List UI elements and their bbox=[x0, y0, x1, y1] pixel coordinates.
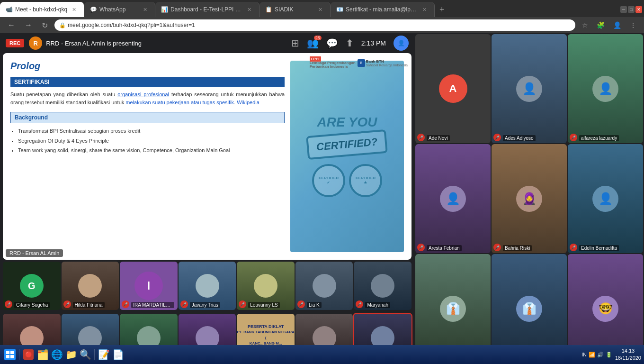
refresh-button[interactable]: ↻ bbox=[39, 19, 51, 32]
tab-dashboard-favicon: 📊 bbox=[161, 6, 168, 13]
window-maximize[interactable]: □ bbox=[628, 6, 635, 13]
participants-icon[interactable]: 👥25 bbox=[307, 37, 319, 49]
address-bar: ← → ↻ 🔒 meet.google.com/buh-kdxd-qkq?pli… bbox=[0, 17, 644, 33]
participants-grid: A 🎤 Ade Novi 👤 🎤 Ades Adiyoso 👤 bbox=[415, 34, 643, 363]
window-minimize[interactable]: ─ bbox=[620, 6, 627, 13]
forward-button[interactable]: → bbox=[22, 19, 35, 31]
svg-rect-0 bbox=[6, 351, 9, 354]
ade-novi-name: Ade Novi bbox=[427, 135, 450, 141]
are-you-text: ARE YOU bbox=[317, 116, 377, 129]
tab-siadik[interactable]: 📋 SIADIK ✕ bbox=[259, 2, 331, 17]
wikipedia-link[interactable]: Wikipedia bbox=[237, 100, 259, 105]
svg-rect-3 bbox=[10, 355, 14, 358]
tab-dashboard[interactable]: 📊 Dashboard - E-Test-LPPI 2.0 ✕ bbox=[155, 2, 259, 17]
bookmark-icon[interactable]: ☆ bbox=[579, 19, 591, 31]
browser-actions: ☆ 🧩 👤 ⋮ bbox=[579, 19, 639, 31]
taskbar-date: 18/11/2020 bbox=[615, 355, 641, 362]
participant-ade-novi: A 🎤 Ade Novi bbox=[415, 34, 491, 143]
chat-icon[interactable]: 💬 bbox=[326, 37, 338, 49]
taskbar-icon-2[interactable]: 🌐 bbox=[50, 347, 64, 362]
ades-name: Ades Adiyoso bbox=[503, 135, 536, 141]
bullet-2: Segregation Of Duty & 4 Eyes Principle bbox=[18, 137, 285, 146]
back-button[interactable]: ← bbox=[5, 19, 18, 31]
hilda-mic-off: 🎤 bbox=[63, 300, 71, 308]
ade-novi-avatar: A bbox=[439, 74, 467, 103]
tab-meet-close[interactable]: ✕ bbox=[70, 6, 78, 14]
tab-meet-favicon: 📹 bbox=[6, 6, 12, 13]
tab-bar: 📹 Meet - buh-kdxd-qkq ✕ 💬 WhatsApp ✕ 📊 D… bbox=[0, 0, 644, 17]
lppi-subtitle: Lembaga PengembanganPerbankan Indonesia bbox=[310, 61, 356, 69]
video-gifarry: G 🎤 Gifarry Sugeha bbox=[3, 262, 61, 310]
tab-sertifikat-label: Sertifikat - mia.amalia@lppi.or... bbox=[346, 6, 418, 13]
lia-mic-off: 🎤 bbox=[297, 300, 305, 308]
slide-bullets: Transformasi BPI Sentralisasi sebagian p… bbox=[10, 127, 285, 155]
sys-tray: IN 📶 🔊 🔋 bbox=[581, 352, 612, 358]
tab-whatsapp-close[interactable]: ✕ bbox=[141, 6, 149, 14]
video-lia: 🎤 Lia K bbox=[295, 262, 353, 310]
extensions-icon[interactable]: 🧩 bbox=[594, 19, 608, 31]
svg-rect-1 bbox=[10, 351, 14, 354]
slide-presenter-label: RRD - Ersan AL Amin bbox=[6, 249, 63, 257]
maryanah-name: Maryanah bbox=[365, 302, 390, 308]
new-tab-button[interactable]: + bbox=[435, 2, 449, 17]
work-link[interactable]: melakukan suatu pekerjaan atau tugas spe… bbox=[125, 100, 234, 105]
window-close[interactable]: ✕ bbox=[635, 6, 642, 13]
btn-logo-label: Bank BTN bbox=[366, 59, 408, 64]
bottom-video-row-1: G 🎤 Gifarry Sugeha 🎤 Hilda Fitriana I 🎤 … bbox=[0, 260, 414, 312]
slide-section1-header: SERTIFIKASI bbox=[10, 77, 285, 87]
participant-count: 25 bbox=[314, 36, 322, 40]
tab-meet-label: Meet - buh-kdxd-qkq bbox=[15, 6, 67, 13]
participant-edelin: 👤 🎤 Edelin Bernadifta bbox=[568, 144, 643, 253]
bullet-1: Transformasi BPI Sentralisasi sebagian p… bbox=[18, 127, 285, 136]
network-icon: 📶 bbox=[589, 352, 595, 358]
taskbar-icon-6[interactable]: 📄 bbox=[111, 347, 125, 362]
slide-right: ARE YOU CERTIFIED? CERTIFIED✓ CERTIFIED★ bbox=[290, 61, 404, 252]
participant-ades-adiyoso: 👤 🎤 Ades Adiyoso bbox=[492, 34, 567, 143]
edelin-name: Edelin Bernadifta bbox=[579, 245, 619, 251]
btn-tagline: Sahabat Keluarga Indonesia bbox=[366, 64, 408, 67]
url-input[interactable]: 🔒 meet.google.com/buh-kdxd-qkq?pli=1&aut… bbox=[54, 19, 575, 31]
slide-section1-text: Suatu penetapan yang diberikan oleh suat… bbox=[10, 91, 285, 106]
tab-meet[interactable]: 📹 Meet - buh-kdxd-qkq ✕ bbox=[0, 2, 84, 17]
tab-sertifikat[interactable]: 📧 Sertifikat - mia.amalia@lppi.or... ✕ bbox=[331, 2, 435, 17]
presenter-name: RRD - Ersan AL Amin is presenting bbox=[46, 40, 142, 47]
taskbar-icon-4[interactable]: 🔍 bbox=[78, 347, 92, 362]
video-ira: I 🎤 IRA MARDATILLAH bbox=[120, 262, 178, 310]
video-maryanah: 🎤 Maryanah bbox=[354, 262, 411, 310]
tab-sertifikat-close[interactable]: ✕ bbox=[420, 6, 429, 14]
alfareza-mic-off: 🎤 bbox=[570, 134, 577, 141]
taskbar-icon-1[interactable]: 🗂️ bbox=[36, 347, 50, 362]
taskbar-icon-3[interactable]: 📁 bbox=[64, 347, 78, 362]
tab-siadik-close[interactable]: ✕ bbox=[316, 6, 324, 14]
svg-rect-2 bbox=[6, 355, 9, 358]
user-avatar[interactable]: 👤 bbox=[394, 36, 409, 51]
participant-bahria: 🧕 🎤 Bahria Riski bbox=[492, 144, 567, 253]
taskbar-icon-0[interactable]: 🔴 bbox=[21, 347, 36, 362]
tab-whatsapp-favicon: 💬 bbox=[90, 6, 97, 13]
taskbar-icon-5[interactable]: 📝 bbox=[97, 347, 111, 362]
time-tray: 14:13 18/11/2020 bbox=[615, 347, 641, 362]
rec-badge: REC bbox=[6, 39, 24, 47]
time-display: 2:13 PM bbox=[361, 39, 386, 47]
tab-whatsapp-label: WhatsApp bbox=[99, 6, 138, 13]
activities-icon[interactable]: ⬆ bbox=[346, 37, 354, 49]
taskbar-sep-2 bbox=[94, 349, 95, 360]
org-link[interactable]: organisasi profesional bbox=[117, 91, 169, 97]
gifarry-name: Gifarry Sugeha bbox=[14, 302, 50, 308]
cert-stamp-1: CERTIFIED✓ bbox=[312, 164, 345, 197]
lock-icon: 🔒 bbox=[59, 22, 66, 28]
menu-icon[interactable]: ⋮ bbox=[627, 19, 639, 31]
tab-dashboard-close[interactable]: ✕ bbox=[245, 6, 253, 14]
participant-aresta: 👤 🎤 Aresta Febrian bbox=[415, 144, 491, 253]
taskbar-sep-1 bbox=[19, 349, 19, 360]
slide-content: Prolog SERTIFIKASI Suatu penetapan yang … bbox=[3, 53, 411, 260]
gifarry-mic-off: 🎤 bbox=[5, 300, 12, 308]
tab-siadik-label: SIADIK bbox=[275, 6, 313, 13]
start-button[interactable] bbox=[3, 347, 17, 362]
cert-stamp-2: CERTIFIED★ bbox=[349, 164, 382, 197]
browser-chrome: 📹 Meet - buh-kdxd-qkq ✕ 💬 WhatsApp ✕ 📊 D… bbox=[0, 0, 644, 33]
bahria-name: Bahria Riski bbox=[503, 245, 532, 251]
profile-icon[interactable]: 👤 bbox=[610, 19, 624, 31]
grid-view-icon[interactable]: ⊞ bbox=[291, 37, 299, 49]
tab-whatsapp[interactable]: 💬 WhatsApp ✕ bbox=[84, 2, 155, 17]
